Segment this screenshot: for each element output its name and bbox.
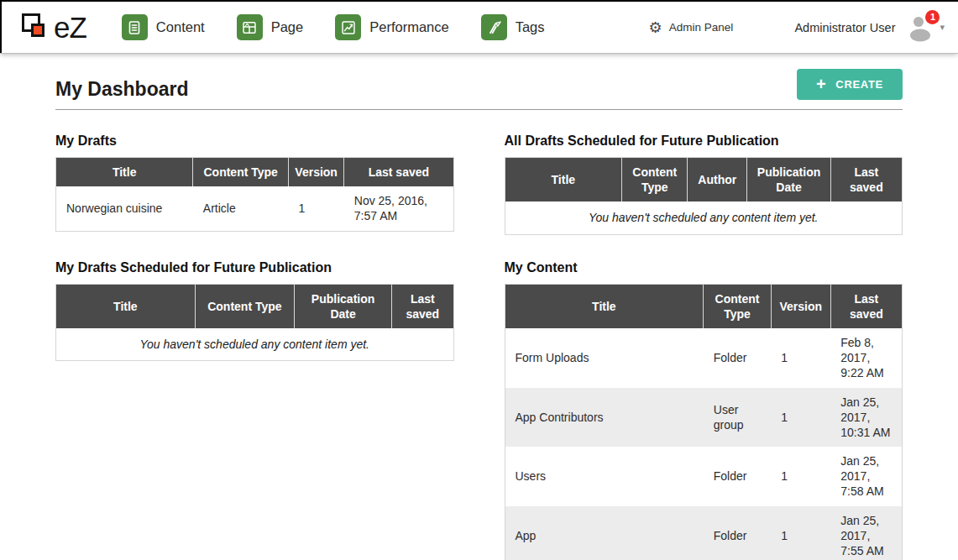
my-drafts-table: TitleContent TypeVersionLast savedNorweg… — [55, 157, 454, 232]
dashboard-main: My Dashboard + CREATE My Drafts TitleCon… — [0, 69, 958, 560]
content-icon — [122, 14, 148, 40]
cell: Folder — [704, 328, 771, 388]
cell: 1 — [771, 328, 830, 388]
cell: Jan 25, 2017, 7:58 AM — [830, 447, 902, 506]
gear-icon: ⚙ — [649, 20, 662, 35]
cell: Article — [193, 186, 289, 231]
cell: Form Uploads — [505, 328, 704, 388]
nav-item-label: Performance — [369, 19, 448, 35]
admin-panel-label: Admin Panel — [669, 21, 734, 34]
column-header: Title — [56, 158, 193, 187]
column-header: Last saved — [830, 158, 902, 202]
nav-item-performance[interactable]: Performance — [335, 14, 448, 40]
cell: User group — [704, 388, 771, 447]
performance-icon — [335, 14, 361, 40]
table-row[interactable]: UsersFolder1Jan 25, 2017, 7:58 AM — [505, 447, 903, 506]
nav-item-label: Page — [271, 19, 304, 35]
column-header: Title — [505, 284, 704, 328]
panel-title: All Drafts Scheduled for Future Publicat… — [505, 133, 903, 149]
cell: Feb 8, 2017, 9:22 AM — [830, 328, 902, 388]
table-header-row: TitleContent TypePublication DateLast sa… — [56, 284, 454, 328]
cell: Norwegian cuisine — [56, 186, 193, 231]
cell: App — [505, 506, 704, 560]
table-header-row: TitleContent TypeVersionLast saved — [56, 158, 454, 187]
table-row[interactable]: App ContributorsUser group1Jan 25, 2017,… — [505, 388, 903, 447]
table-row[interactable]: Form UploadsFolder1Feb 8, 2017, 9:22 AM — [505, 328, 903, 388]
cell: 1 — [771, 447, 830, 506]
create-button-label: CREATE — [835, 78, 883, 91]
table-header-row: TitleContent TypeVersionLast saved — [505, 284, 903, 328]
page-header: My Dashboard + CREATE — [55, 69, 903, 110]
cell: 1 — [771, 388, 830, 447]
cell: 1 — [771, 506, 830, 560]
column-header: Title — [505, 158, 622, 202]
cell: Jan 25, 2017, 7:55 AM — [830, 506, 902, 560]
empty-message: You haven't scheduled any content item y… — [505, 201, 903, 234]
create-button[interactable]: + CREATE — [797, 69, 903, 100]
column-header: Last saved — [392, 284, 453, 328]
column-header: Last saved — [830, 284, 902, 328]
panel-all-drafts-scheduled: All Drafts Scheduled for Future Publicat… — [505, 133, 903, 235]
cell: Users — [505, 447, 704, 506]
column-header: Content Type — [622, 158, 688, 202]
my-drafts-scheduled-table: TitleContent TypePublication DateLast sa… — [55, 284, 454, 362]
empty-row: You haven't scheduled any content item y… — [505, 201, 903, 234]
plus-icon: + — [816, 76, 826, 92]
column-header: Content Type — [704, 284, 771, 328]
table-header-row: TitleContent TypeAuthorPublication DateL… — [505, 158, 903, 202]
my-content-table: TitleContent TypeVersionLast savedForm U… — [505, 284, 903, 560]
nav-item-tags[interactable]: Tags — [481, 14, 545, 40]
all-drafts-scheduled-table: TitleContent TypeAuthorPublication DateL… — [505, 157, 903, 235]
panel-my-drafts-scheduled: My Drafts Scheduled for Future Publicati… — [55, 260, 454, 560]
table-row[interactable]: Norwegian cuisineArticle1Nov 25, 2016, 7… — [56, 186, 454, 231]
page-icon — [237, 14, 263, 40]
notification-badge[interactable]: 1 — [925, 10, 940, 24]
logo-orange-square — [31, 24, 44, 37]
tags-icon — [481, 14, 507, 40]
app-logo[interactable]: eZ — [22, 12, 86, 44]
column-header: Version — [288, 158, 343, 187]
nav-item-label: Content — [156, 19, 205, 35]
cell: Jan 25, 2017, 10:31 AM — [830, 388, 902, 447]
nav-item-page[interactable]: Page — [237, 14, 304, 40]
chevron-down-icon: ▾ — [940, 22, 945, 33]
user-avatar[interactable]: 1 — [907, 13, 934, 42]
empty-message: You haven't scheduled any content item y… — [56, 328, 454, 361]
panel-my-content: My Content TitleContent TypeVersionLast … — [505, 260, 903, 560]
column-header: Content Type — [193, 158, 289, 187]
main-menu: Content Page Performance — [122, 14, 577, 40]
cell: App Contributors — [505, 388, 704, 447]
dashboard-grid: My Drafts TitleContent TypeVersionLast s… — [55, 133, 903, 560]
panel-title: My Content — [505, 260, 903, 275]
admin-panel-button[interactable]: ⚙ Admin Panel — [649, 20, 734, 35]
nav-item-content[interactable]: Content — [122, 14, 205, 40]
column-header: Content Type — [195, 284, 294, 328]
panel-my-drafts: My Drafts TitleContent TypeVersionLast s… — [55, 133, 454, 235]
panel-title: My Drafts — [55, 133, 454, 149]
table-row[interactable]: AppFolder1Jan 25, 2017, 7:55 AM — [505, 506, 903, 560]
cell: Nov 25, 2016, 7:57 AM — [344, 186, 453, 231]
cell: Folder — [704, 447, 771, 506]
column-header: Title — [56, 284, 196, 328]
column-header: Last saved — [344, 158, 453, 187]
cell: Folder — [704, 506, 771, 560]
column-header: Publication Date — [747, 158, 830, 202]
logo-text: eZ — [54, 13, 86, 42]
page-title: My Dashboard — [55, 78, 188, 102]
user-name[interactable]: Administrator User — [794, 21, 895, 34]
user-area: Administrator User 1 ▾ — [794, 13, 945, 42]
ez-logo-icon — [22, 12, 50, 44]
column-header: Author — [688, 158, 747, 202]
top-navigation: eZ Content Pag — [0, 0, 958, 54]
nav-item-label: Tags — [516, 19, 545, 35]
cell: 1 — [288, 186, 343, 231]
empty-row: You haven't scheduled any content item y… — [56, 328, 454, 361]
panel-title: My Drafts Scheduled for Future Publicati… — [55, 260, 454, 275]
column-header: Version — [771, 284, 830, 328]
column-header: Publication Date — [295, 284, 392, 328]
